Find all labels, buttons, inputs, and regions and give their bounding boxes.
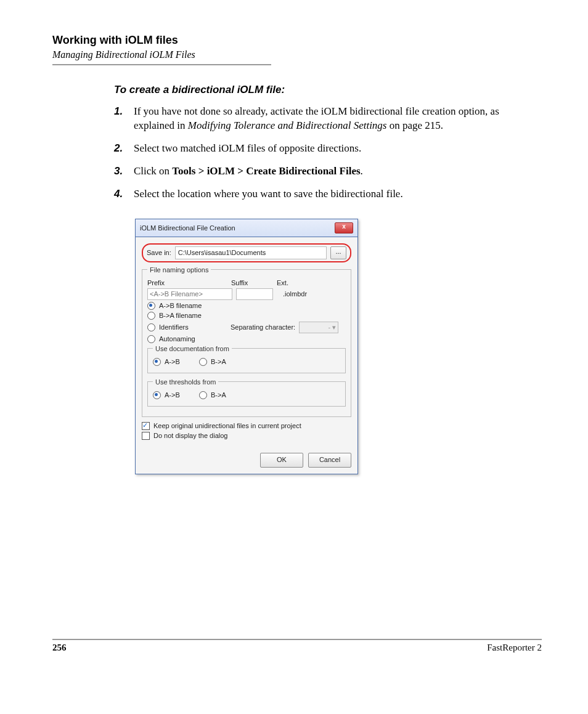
section-title: To create a bidirectional iOLM file: bbox=[114, 84, 542, 96]
radio-ba-filename-label: B->A filename bbox=[159, 312, 202, 319]
step-number: 1. bbox=[114, 105, 134, 133]
step-text-post: on page 215. bbox=[386, 120, 443, 131]
cancel-button[interactable]: Cancel bbox=[308, 453, 351, 468]
step-text-pre: Select the location where you want to sa… bbox=[134, 188, 403, 200]
product-name: FastReporter 2 bbox=[487, 643, 542, 653]
step-2: 2. Select two matched iOLM files of oppo… bbox=[114, 142, 542, 156]
step-number: 2. bbox=[114, 142, 134, 156]
step-1: 1. If you have not done so already, acti… bbox=[114, 105, 542, 133]
step-text-pre: Select two matched iOLM files of opposit… bbox=[134, 142, 361, 154]
step-4: 4. Select the location where you want to… bbox=[114, 187, 542, 201]
save-in-row-highlight: Save in: C:\Users\isasau1\Documents ... bbox=[142, 243, 351, 262]
step-text-post: . bbox=[361, 165, 363, 177]
use-documentation-fieldset: Use documentation from A->B B->A bbox=[147, 345, 346, 373]
file-naming-fieldset: File naming options Prefix Suffix Ext. <… bbox=[142, 266, 351, 417]
radio-ba-filename[interactable] bbox=[147, 312, 155, 320]
doc-radio-ba-label: B->A bbox=[211, 358, 226, 365]
sep-value: - bbox=[328, 323, 330, 331]
step-text-pre: Click on bbox=[134, 165, 172, 177]
step-text-italic: Modifying Tolerance and Bidirectional Se… bbox=[188, 120, 387, 131]
thresh-radio-ba[interactable] bbox=[199, 391, 207, 399]
page-footer: 256 FastReporter 2 bbox=[52, 639, 542, 653]
suffix-input[interactable] bbox=[236, 288, 273, 300]
close-button[interactable]: x bbox=[335, 222, 353, 233]
dialog-titlebar: iOLM Bidirectional File Creation x bbox=[136, 219, 357, 237]
file-naming-legend: File naming options bbox=[147, 266, 211, 274]
keep-original-checkbox[interactable] bbox=[142, 422, 150, 430]
doc-radio-ba[interactable] bbox=[199, 358, 207, 366]
step-body: Select two matched iOLM files of opposit… bbox=[134, 142, 542, 156]
thresh-radio-ab[interactable] bbox=[153, 391, 161, 399]
radio-autonaming-label: Autonaming bbox=[159, 335, 195, 343]
radio-identifiers-label: Identifiers bbox=[159, 323, 227, 331]
step-number: 3. bbox=[114, 164, 134, 179]
doc-radio-ab-label: A->B bbox=[165, 358, 195, 365]
use-thresholds-fieldset: Use thresholds from A->B B->A bbox=[147, 378, 346, 407]
do-not-display-label: Do not display the dialog bbox=[153, 432, 227, 439]
step-3: 3. Click on Tools > iOLM > Create Bidire… bbox=[114, 164, 542, 179]
ext-value: .iolmbdr bbox=[283, 290, 307, 298]
prefix-label: Prefix bbox=[147, 279, 227, 286]
ext-label: Ext. bbox=[277, 279, 288, 286]
step-body: If you have not done so already, activat… bbox=[134, 105, 542, 133]
dialog-title: iOLM Bidirectional File Creation bbox=[140, 224, 235, 232]
step-body: Click on Tools > iOLM > Create Bidirecti… bbox=[134, 164, 542, 179]
browse-button[interactable]: ... bbox=[330, 246, 346, 259]
radio-identifiers[interactable] bbox=[147, 323, 155, 331]
do-not-display-checkbox[interactable] bbox=[142, 432, 150, 440]
thresh-radio-ba-label: B->A bbox=[211, 391, 226, 399]
header-rule bbox=[52, 64, 271, 65]
radio-ab-filename[interactable] bbox=[147, 302, 155, 310]
suffix-label: Suffix bbox=[231, 279, 267, 286]
use-documentation-legend: Use documentation from bbox=[153, 345, 232, 352]
page-header-subtitle: Managing Bidirectional iOLM Files bbox=[52, 49, 542, 60]
separating-char-label: Separating character: bbox=[231, 323, 295, 331]
page-number: 256 bbox=[52, 643, 67, 653]
step-number: 4. bbox=[114, 187, 134, 201]
doc-radio-ab[interactable] bbox=[153, 358, 161, 366]
page-header-title: Working with iOLM files bbox=[52, 34, 542, 47]
keep-original-label: Keep original unidirectional files in cu… bbox=[153, 422, 301, 429]
step-text-bold: Tools > iOLM > Create Bidirectional File… bbox=[172, 165, 360, 177]
save-in-path[interactable]: C:\Users\isasau1\Documents bbox=[175, 246, 327, 259]
radio-ab-filename-label: A->B filename bbox=[159, 302, 202, 309]
ok-button[interactable]: OK bbox=[260, 453, 303, 468]
iolm-bidir-dialog: iOLM Bidirectional File Creation x Save … bbox=[135, 219, 358, 474]
use-thresholds-legend: Use thresholds from bbox=[153, 378, 218, 386]
step-body: Select the location where you want to sa… bbox=[134, 187, 542, 201]
thresh-radio-ab-label: A->B bbox=[165, 391, 195, 399]
separating-char-combo[interactable]: - ▾ bbox=[299, 322, 338, 333]
radio-autonaming[interactable] bbox=[147, 335, 155, 343]
prefix-input[interactable]: <A->B Filename> bbox=[147, 288, 232, 300]
save-in-label: Save in: bbox=[147, 249, 171, 256]
